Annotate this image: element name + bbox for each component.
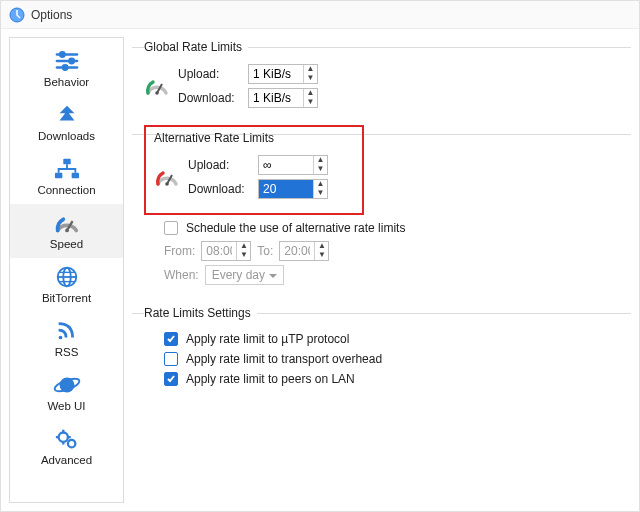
spinner-down[interactable]: ▼ [314, 165, 327, 174]
spinner-down[interactable]: ▼ [314, 189, 327, 198]
sidebar-item-downloads[interactable]: Downloads [10, 96, 123, 150]
spinner-down[interactable]: ▼ [237, 251, 250, 260]
sidebar-item-label: Web UI [47, 400, 85, 412]
from-input[interactable]: ▲▼ [201, 241, 251, 261]
global-download-label: Download: [178, 91, 248, 105]
group-title-global: Global Rate Limits [144, 40, 248, 54]
sidebar-item-speed[interactable]: Speed [10, 204, 123, 258]
sidebar-item-behavior[interactable]: Behavior [10, 42, 123, 96]
sidebar-item-label: Connection [37, 184, 95, 196]
sidebar-item-label: Downloads [38, 130, 95, 142]
when-label: When: [164, 268, 199, 282]
svg-point-26 [155, 91, 159, 95]
speed-icon [52, 210, 82, 236]
svg-rect-9 [71, 173, 78, 179]
to-input[interactable]: ▲▼ [279, 241, 329, 261]
alt-download-label: Download: [188, 182, 258, 196]
alt-upload-label: Upload: [188, 158, 258, 172]
window-title: Options [31, 8, 72, 22]
svg-point-19 [58, 433, 67, 442]
checkbox-lan[interactable]: Apply rate limit to peers on LAN [164, 372, 627, 386]
sidebar-item-rss[interactable]: RSS [10, 312, 123, 366]
svg-point-11 [65, 229, 69, 233]
sidebar-item-label: RSS [55, 346, 79, 358]
planet-icon [52, 372, 82, 398]
checkbox-lan-label: Apply rate limit to peers on LAN [186, 372, 355, 386]
schedule-label: Schedule the use of alternative rate lim… [186, 221, 405, 235]
alt-download-input[interactable]: ▲▼ [258, 179, 328, 199]
svg-point-6 [62, 65, 67, 70]
checkbox-overhead[interactable]: Apply rate limit to transport overhead [164, 352, 627, 366]
alt-upload-input[interactable]: ▲▼ [258, 155, 328, 175]
when-select[interactable]: Every day [205, 265, 284, 285]
to-label: To: [257, 244, 273, 258]
gauge-global-icon [144, 73, 170, 99]
window-titlebar: Options [1, 1, 639, 29]
sidebar-item-connection[interactable]: Connection [10, 150, 123, 204]
gauge-alt-icon [154, 164, 180, 190]
sidebar-item-label: Advanced [41, 454, 92, 466]
spinner-down[interactable]: ▼ [304, 98, 317, 107]
sidebar-item-advanced[interactable]: Advanced [10, 420, 123, 474]
download-icon [52, 102, 82, 128]
gears-icon [52, 426, 82, 452]
sidebar-item-label: Behavior [44, 76, 89, 88]
sidebar-item-label: BitTorrent [42, 292, 91, 304]
svg-point-20 [67, 440, 74, 447]
sidebar-item-label: Speed [50, 238, 83, 250]
checkbox-utp-label: Apply rate limit to µTP protocol [186, 332, 349, 346]
app-icon [9, 7, 25, 23]
checkbox-overhead-label: Apply rate limit to transport overhead [186, 352, 382, 366]
svg-point-28 [165, 182, 169, 186]
rss-icon [52, 318, 82, 344]
globe-icon [52, 264, 82, 290]
spinner-down[interactable]: ▼ [315, 251, 328, 260]
global-download-input[interactable]: ▲▼ [248, 88, 318, 108]
schedule-checkbox[interactable]: Schedule the use of alternative rate lim… [164, 221, 627, 235]
network-icon [52, 156, 82, 182]
global-upload-label: Upload: [178, 67, 248, 81]
svg-point-4 [60, 52, 65, 57]
svg-point-5 [69, 59, 74, 64]
sidebar-item-webui[interactable]: Web UI [10, 366, 123, 420]
sidebar: Behavior Downloads Connection Speed BitT… [9, 37, 124, 503]
spinner-down[interactable]: ▼ [304, 74, 317, 83]
from-label: From: [164, 244, 195, 258]
sliders-icon [52, 48, 82, 74]
global-upload-input[interactable]: ▲▼ [248, 64, 318, 84]
group-title-settings: Rate Limits Settings [144, 306, 257, 320]
group-title-alt: Alternative Rate Limits [154, 131, 274, 145]
sidebar-item-bittorrent[interactable]: BitTorrent [10, 258, 123, 312]
svg-rect-8 [54, 173, 61, 179]
svg-rect-7 [63, 159, 70, 165]
checkbox-utp[interactable]: Apply rate limit to µTP protocol [164, 332, 627, 346]
settings-panel: Global Rate Limits Upload: ▲▼ [130, 29, 639, 511]
